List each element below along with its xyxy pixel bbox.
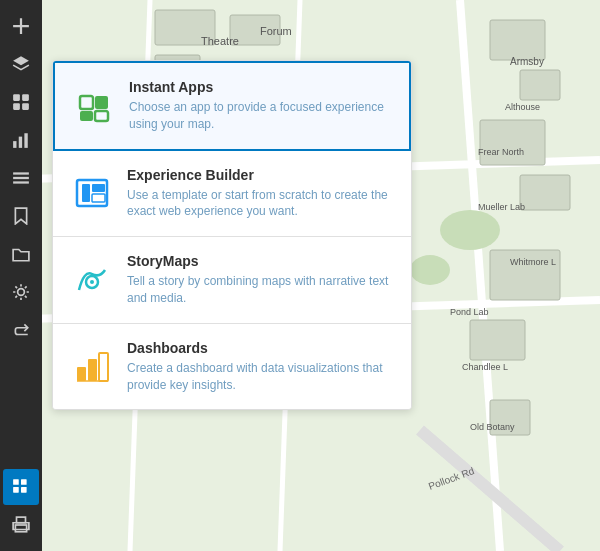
printer-icon bbox=[12, 516, 30, 534]
instant-apps-text: Instant Apps Choose an app to provide a … bbox=[129, 79, 391, 133]
chart-button[interactable] bbox=[3, 122, 39, 158]
svg-point-18 bbox=[410, 255, 450, 285]
svg-text:Mueller Lab: Mueller Lab bbox=[478, 202, 525, 212]
experience-builder-desc: Use a template or start from scratch to … bbox=[127, 187, 393, 221]
experience-builder-card[interactable]: Experience Builder Use a template or sta… bbox=[53, 151, 411, 238]
app-chooser-panel: Instant Apps Choose an app to provide a … bbox=[52, 60, 412, 410]
svg-text:Forum: Forum bbox=[260, 25, 292, 37]
svg-rect-52 bbox=[82, 184, 90, 202]
svg-rect-53 bbox=[92, 184, 105, 192]
story-maps-card[interactable]: StoryMaps Tell a story by combining maps… bbox=[53, 237, 411, 324]
svg-rect-33 bbox=[22, 103, 29, 110]
folder-icon bbox=[12, 245, 30, 263]
instant-apps-desc: Choose an app to provide a focused exper… bbox=[129, 99, 391, 133]
svg-point-56 bbox=[90, 280, 94, 284]
settings-button[interactable] bbox=[3, 274, 39, 310]
share-button[interactable] bbox=[3, 312, 39, 348]
story-maps-icon bbox=[71, 259, 113, 301]
dashboards-title: Dashboards bbox=[127, 340, 393, 356]
svg-rect-35 bbox=[19, 137, 22, 148]
svg-rect-43 bbox=[13, 487, 19, 493]
svg-text:Pond Lab: Pond Lab bbox=[450, 307, 489, 317]
svg-rect-38 bbox=[13, 177, 29, 179]
svg-text:Whitmore L: Whitmore L bbox=[510, 257, 556, 267]
print-button[interactable] bbox=[3, 507, 39, 543]
svg-rect-15 bbox=[470, 320, 525, 360]
svg-text:Armsby: Armsby bbox=[510, 56, 544, 67]
dashboards-desc: Create a dashboard with data visualizati… bbox=[127, 360, 393, 394]
svg-point-17 bbox=[440, 210, 500, 250]
svg-rect-54 bbox=[92, 194, 105, 202]
dashboards-text: Dashboards Create a dashboard with data … bbox=[127, 340, 393, 394]
svg-rect-48 bbox=[95, 96, 108, 109]
svg-rect-50 bbox=[95, 111, 108, 121]
svg-rect-44 bbox=[21, 487, 27, 493]
sidebar bbox=[0, 0, 42, 551]
svg-text:Frear North: Frear North bbox=[478, 147, 524, 157]
experience-builder-text: Experience Builder Use a template or sta… bbox=[127, 167, 393, 221]
svg-rect-32 bbox=[13, 103, 20, 110]
instant-apps-title: Instant Apps bbox=[129, 79, 391, 95]
experience-builder-title: Experience Builder bbox=[127, 167, 393, 183]
dashboards-icon bbox=[71, 346, 113, 388]
dashboards-card[interactable]: Dashboards Create a dashboard with data … bbox=[53, 324, 411, 410]
svg-rect-47 bbox=[80, 96, 93, 109]
chart-icon bbox=[12, 131, 30, 149]
sidebar-bottom bbox=[3, 469, 39, 551]
instant-apps-card[interactable]: Instant Apps Choose an app to provide a … bbox=[53, 61, 411, 151]
instant-apps-icon bbox=[73, 85, 115, 127]
layers-icon bbox=[12, 55, 30, 73]
list-icon bbox=[12, 169, 30, 187]
svg-text:Althouse: Althouse bbox=[505, 102, 540, 112]
svg-rect-10 bbox=[490, 20, 545, 60]
svg-rect-39 bbox=[13, 181, 29, 183]
svg-point-40 bbox=[18, 289, 25, 296]
plus-icon bbox=[12, 17, 30, 35]
svg-rect-11 bbox=[520, 70, 560, 100]
add-button[interactable] bbox=[3, 8, 39, 44]
svg-text:Old Botany: Old Botany bbox=[470, 422, 515, 432]
folder-button[interactable] bbox=[3, 236, 39, 272]
story-maps-desc: Tell a story by combining maps with narr… bbox=[127, 273, 393, 307]
list-button[interactable] bbox=[3, 160, 39, 196]
svg-rect-58 bbox=[88, 359, 97, 381]
layers-button[interactable] bbox=[3, 46, 39, 82]
svg-rect-49 bbox=[80, 111, 93, 121]
svg-text:Theatre: Theatre bbox=[201, 35, 239, 47]
svg-rect-13 bbox=[520, 175, 570, 210]
svg-rect-12 bbox=[480, 120, 545, 165]
svg-rect-36 bbox=[24, 133, 27, 148]
bookmark-icon bbox=[12, 207, 30, 225]
svg-rect-42 bbox=[21, 479, 27, 485]
apps-grid-icon bbox=[12, 478, 30, 496]
svg-text:Chandlee L: Chandlee L bbox=[462, 362, 508, 372]
svg-rect-41 bbox=[13, 479, 19, 485]
gear-icon bbox=[12, 283, 30, 301]
svg-rect-31 bbox=[22, 94, 29, 101]
apps-button[interactable] bbox=[3, 469, 39, 505]
basemap-button[interactable] bbox=[3, 84, 39, 120]
svg-rect-59 bbox=[99, 353, 108, 381]
bookmark-button[interactable] bbox=[3, 198, 39, 234]
story-maps-text: StoryMaps Tell a story by combining maps… bbox=[127, 253, 393, 307]
share-icon bbox=[12, 321, 30, 339]
svg-rect-34 bbox=[13, 141, 16, 148]
svg-rect-30 bbox=[13, 94, 20, 101]
experience-builder-icon bbox=[71, 172, 113, 214]
story-maps-title: StoryMaps bbox=[127, 253, 393, 269]
svg-rect-45 bbox=[15, 525, 26, 532]
basemap-icon bbox=[12, 93, 30, 111]
svg-rect-57 bbox=[77, 367, 86, 381]
svg-rect-37 bbox=[13, 172, 29, 174]
sidebar-top bbox=[3, 8, 39, 469]
